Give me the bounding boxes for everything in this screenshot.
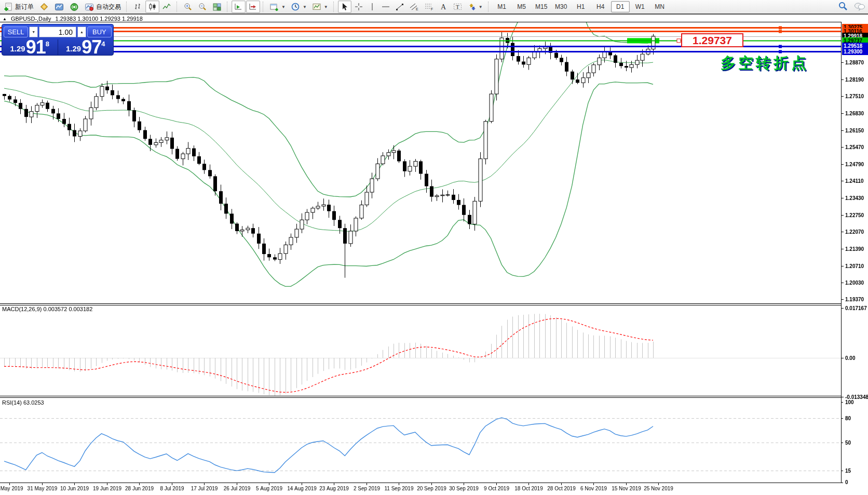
- toolbar-separator: [488, 2, 491, 12]
- text-label-icon[interactable]: T: [451, 1, 465, 13]
- vertical-line-icon[interactable]: [366, 1, 378, 13]
- profiles-icon[interactable]: [37, 1, 51, 13]
- symbol-period-label: GBPUSD-,Daily: [11, 16, 51, 22]
- buy-price-big: 97: [82, 40, 101, 55]
- timeframe-button-h1[interactable]: H1: [572, 1, 590, 12]
- timeframe-button-m5[interactable]: M5: [512, 1, 531, 12]
- chart-canvas[interactable]: [0, 0, 868, 495]
- buy-price[interactable]: 1.29 97 4: [58, 39, 114, 56]
- toolbar-separator: [177, 2, 179, 12]
- bar-chart-icon[interactable]: [131, 1, 145, 13]
- market-watch-icon[interactable]: [52, 1, 66, 13]
- timeframe-button-d1[interactable]: D1: [611, 1, 630, 12]
- new-chart-icon[interactable]: ▼: [267, 1, 288, 13]
- line-chart-icon[interactable]: [160, 1, 174, 13]
- search-icon[interactable]: [838, 1, 848, 12]
- rsi-indicator-label: RSI(14) 63.0253: [2, 399, 44, 406]
- mt4-window: { "icons": {"collapse":"▲","spin_down":"…: [0, 0, 868, 495]
- timeframe-button-h4[interactable]: H4: [591, 1, 610, 12]
- chart-symbol-line: ▲ GBPUSD-,Daily 1.29383 1.30100 1.29293 …: [3, 16, 143, 22]
- volume-input[interactable]: [39, 26, 76, 37]
- sell-price[interactable]: 1.29 91 8: [2, 39, 58, 56]
- dropdown-caret-icon: ▼: [281, 5, 286, 9]
- toolbar: 新订单 自动交易 ▼ ▼: [0, 0, 868, 15]
- equidistant-channel-icon[interactable]: E: [407, 1, 422, 13]
- toolbar-separator: [126, 2, 129, 12]
- macd-indicator-label: MACD(12,26,9) 0.003572 0.003182: [2, 306, 92, 312]
- one-click-trading-panel: SELL ▼ ▲ BUY 1.29 91 8 1.29 97 4: [2, 24, 114, 56]
- toolbar-separator: [263, 2, 265, 12]
- timeframe-button-mn[interactable]: MN: [650, 1, 669, 12]
- periods-icon[interactable]: ▼: [289, 1, 309, 13]
- arrows-icon[interactable]: ▼: [465, 1, 485, 13]
- svg-text:T: T: [456, 4, 459, 10]
- price-callout-label[interactable]: 1.29737: [681, 33, 743, 47]
- timeframe-button-m30[interactable]: M30: [552, 1, 571, 12]
- text-icon[interactable]: A: [437, 1, 450, 13]
- auto-trading-button[interactable]: 自动交易: [82, 1, 124, 13]
- cursor-icon[interactable]: [338, 1, 351, 13]
- ohlc-values: 1.29383 1.30100 1.29293 1.29918: [56, 16, 143, 22]
- chart-shift-icon[interactable]: [246, 1, 260, 13]
- candlestick-chart-icon[interactable]: [145, 1, 159, 13]
- macd-pane-divider[interactable]: [0, 302, 841, 305]
- timeframe-button-m15[interactable]: M15: [532, 1, 551, 12]
- dropdown-caret-icon: ▼: [479, 5, 483, 9]
- sell-price-big: 91: [26, 40, 46, 55]
- toolbar-separator: [333, 2, 336, 12]
- svg-text:F: F: [431, 7, 433, 11]
- pivot-annotation: 多空转折点: [721, 53, 809, 74]
- signals-icon[interactable]: [67, 1, 82, 13]
- new-order-label: 新订单: [15, 3, 34, 11]
- sell-price-pip: 8: [46, 40, 49, 48]
- rsi-pane-divider[interactable]: [0, 395, 841, 398]
- tile-windows-icon[interactable]: [210, 1, 224, 13]
- buy-price-pip: 4: [101, 40, 105, 48]
- sell-button[interactable]: SELL: [4, 26, 28, 37]
- auto-trading-label: 自动交易: [96, 3, 121, 11]
- timeframe-button-w1[interactable]: W1: [631, 1, 649, 12]
- crosshair-icon[interactable]: [352, 1, 365, 13]
- timeframe-group: M1M5M15M30H1H4D1W1MN: [493, 1, 669, 12]
- trade-panel-prices: 1.29 91 8 1.29 97 4: [2, 39, 113, 56]
- templates-icon[interactable]: ▼: [310, 1, 331, 13]
- volume-decrease-button[interactable]: ▼: [29, 26, 38, 37]
- volume-increase-button[interactable]: ▲: [77, 26, 86, 37]
- fibonacci-icon[interactable]: F: [422, 1, 437, 13]
- dropdown-caret-icon: ▼: [303, 5, 307, 9]
- toolbar-right-icons: [838, 1, 865, 12]
- svg-text:E: E: [416, 7, 418, 11]
- price-flag: 1.29300: [842, 48, 868, 55]
- auto-scroll-icon[interactable]: [232, 1, 246, 13]
- zoom-in-icon[interactable]: [181, 1, 195, 13]
- dropdown-caret-icon: ▼: [324, 5, 328, 9]
- horizontal-line-icon[interactable]: [379, 1, 392, 13]
- trendline-icon[interactable]: [393, 1, 406, 13]
- svg-text:A: A: [441, 3, 446, 11]
- zoom-out-icon[interactable]: [196, 1, 210, 13]
- buy-price-prefix: 1.29: [66, 44, 81, 53]
- panel-collapse-arrow-icon[interactable]: ▲: [3, 17, 7, 21]
- new-order-button[interactable]: 新订单: [2, 1, 36, 13]
- buy-button[interactable]: BUY: [87, 26, 112, 37]
- toolbar-separator: [227, 2, 229, 12]
- sell-price-prefix: 1.29: [10, 44, 25, 53]
- timeframe-button-m1[interactable]: M1: [493, 1, 511, 12]
- community-chat-icon[interactable]: [854, 2, 865, 12]
